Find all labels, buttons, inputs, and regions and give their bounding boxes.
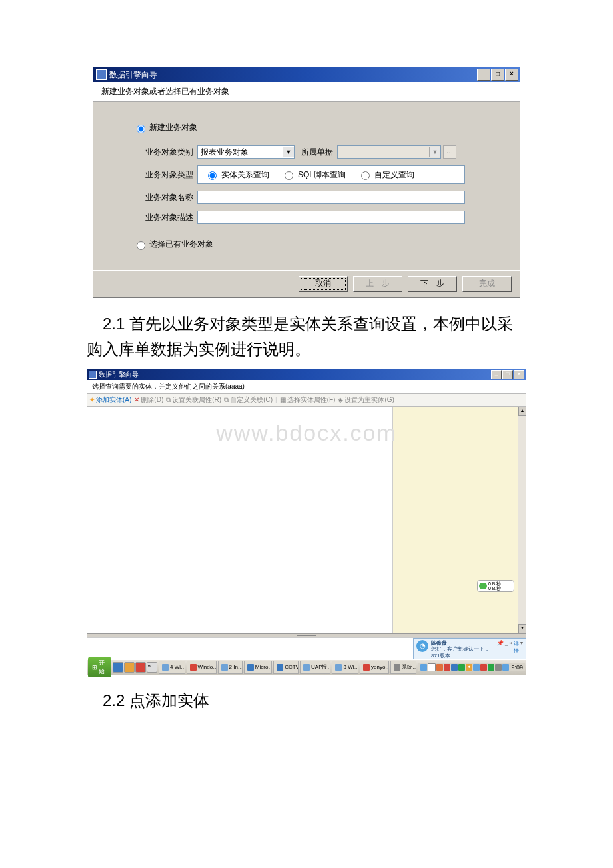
- chevron-down-icon[interactable]: ▼: [429, 147, 440, 157]
- tray-icon[interactable]: [495, 664, 502, 671]
- im-name: 陈薇薇: [431, 640, 494, 647]
- radio-existing-label: 选择已有业务对象: [149, 239, 213, 250]
- category-select[interactable]: 报表业务对象 ▼: [197, 145, 295, 159]
- upload-speed: 0 B/秒: [488, 581, 501, 586]
- titlebar-2[interactable]: 数据引擎向导 _ □ ×: [87, 369, 526, 380]
- window-title: 数据引擎向导: [109, 69, 477, 81]
- finish-button[interactable]: 完成: [462, 276, 512, 292]
- task-button[interactable]: CCTV: [273, 661, 299, 674]
- rel-prop-label: 设置关联属性(R): [172, 395, 221, 405]
- task-button[interactable]: Windo…: [187, 661, 217, 674]
- delete-label: 删除(D): [141, 395, 163, 405]
- entity-canvas[interactable]: [87, 407, 392, 633]
- radio-sql-query[interactable]: SQL脚本查询: [281, 169, 346, 181]
- task-button[interactable]: 2 In…: [218, 661, 243, 674]
- minimize-button[interactable]: _: [477, 69, 490, 81]
- category-value: 报表业务对象: [201, 147, 249, 158]
- radio-existing-object[interactable]: 选择已有业务对象: [133, 239, 500, 250]
- custom-rel-label: 自定义关联(C): [230, 395, 273, 405]
- canvas-area: ▲ ▼ 0 B/秒 0 B/秒 www.bdocx.com: [87, 407, 526, 633]
- window-icon: [89, 371, 97, 379]
- tray-icon[interactable]: [436, 664, 443, 671]
- pin-icon[interactable]: 📌: [497, 640, 504, 657]
- task-button[interactable]: UAP报…: [300, 661, 330, 674]
- desc-label: 业务对象描述: [113, 212, 197, 223]
- desc-input[interactable]: [197, 211, 465, 224]
- tray-icon[interactable]: [444, 664, 450, 671]
- subtitle: 新建业务对象或者选择已有业务对象: [93, 82, 520, 102]
- paragraph-2-2: 2.2 点添加实体: [87, 688, 526, 713]
- tray-icon[interactable]: [502, 664, 509, 671]
- radio-new-label: 新建业务对象: [149, 122, 197, 133]
- scroll-down-icon[interactable]: ▼: [518, 624, 526, 633]
- owner-label: 所属单据: [301, 147, 333, 158]
- tray-icon[interactable]: [480, 664, 487, 671]
- im-controls[interactable]: 📌 _ × 详情 ▾: [497, 640, 523, 657]
- tray-icon[interactable]: ●: [466, 664, 472, 671]
- maximize-button[interactable]: □: [502, 370, 513, 379]
- select-field-button[interactable]: ▦ 选择实体属性(F): [280, 395, 336, 405]
- folder-icon[interactable]: [124, 662, 135, 673]
- tray-icon[interactable]: [420, 664, 427, 671]
- chevron-down-icon[interactable]: ▼: [283, 147, 294, 157]
- radio-custom-input[interactable]: [361, 171, 370, 180]
- minimize-button[interactable]: _: [491, 370, 502, 379]
- owner-select[interactable]: ▼: [337, 145, 441, 159]
- next-button[interactable]: 下一步: [408, 276, 457, 292]
- im-notification[interactable]: ◔ 陈薇薇 您好，客户想确认一下，871版本… 📌 _ × 详情 ▾: [413, 638, 526, 659]
- set-main-button[interactable]: ◈ 设置为主实体(G): [338, 395, 394, 405]
- titlebar[interactable]: 数据引擎向导 _ □ ×: [93, 67, 520, 82]
- start-button[interactable]: ⊞ 开始: [88, 657, 111, 677]
- more-icon[interactable]: »: [147, 662, 157, 673]
- subtitle-2: 选择查询需要的实体，并定义他们之间的关系(aaaa): [87, 380, 526, 394]
- task-button[interactable]: Micro…: [244, 661, 272, 674]
- task-button[interactable]: 3 Wi…: [332, 661, 358, 674]
- task-button[interactable]: 系统…: [390, 661, 417, 674]
- radio-existing-input[interactable]: [137, 241, 145, 250]
- radio-entity-input[interactable]: [208, 171, 217, 180]
- scrollbar[interactable]: ▲ ▼: [518, 407, 526, 633]
- close-button[interactable]: ×: [514, 370, 524, 379]
- clock[interactable]: 9:09: [511, 664, 523, 671]
- custom-rel-button[interactable]: ⧉ 自定义关联(C): [224, 395, 273, 405]
- system-tray[interactable]: ● 9:09: [418, 663, 525, 671]
- tray-icon[interactable]: [473, 664, 480, 671]
- radio-custom-label: 自定义查询: [374, 169, 414, 181]
- radio-sql-label: SQL脚本查询: [298, 169, 346, 181]
- owner-browse-button[interactable]: …: [443, 145, 456, 159]
- cancel-button[interactable]: 取消: [299, 276, 348, 292]
- close-button[interactable]: ×: [505, 69, 518, 81]
- dialog-footer: 取消 上一步 下一步 完成: [93, 270, 520, 297]
- radio-sql-input[interactable]: [285, 171, 293, 180]
- window-icon: [96, 69, 107, 80]
- radio-new-object[interactable]: 新建业务对象: [133, 122, 500, 133]
- radio-entity-query[interactable]: 实体关系查询: [205, 169, 269, 181]
- prev-button[interactable]: 上一步: [353, 276, 402, 292]
- tray-icon[interactable]: [458, 664, 465, 671]
- taskbar[interactable]: ⊞ 开始 » 4 Wi… Windo… 2 In… Micro… CCTV UA…: [87, 659, 526, 675]
- download-speed: 0 B/秒: [488, 586, 501, 591]
- star-icon: ◈: [338, 396, 343, 403]
- name-input[interactable]: [197, 191, 465, 204]
- select-field-label: 选择实体属性(F): [287, 395, 336, 405]
- tray-icon[interactable]: [428, 663, 436, 671]
- tray-icon[interactable]: [451, 664, 458, 671]
- grid-icon: ▦: [280, 396, 286, 403]
- avatar-icon: ◔: [416, 640, 428, 652]
- add-entity-button[interactable]: ✦ 添加实体(A): [89, 395, 131, 405]
- scroll-up-icon[interactable]: ▲: [518, 407, 526, 416]
- rel-prop-button[interactable]: ⧉ 设置关联属性(R): [166, 395, 221, 405]
- maximize-button[interactable]: □: [491, 69, 504, 81]
- task-button[interactable]: yonyo…: [360, 661, 389, 674]
- task-button[interactable]: 4 Wi…: [159, 661, 185, 674]
- delete-button[interactable]: ✕ 删除(D): [134, 395, 163, 405]
- tray-icon[interactable]: [488, 664, 494, 671]
- start-label: 开始: [99, 659, 107, 676]
- type-label: 业务对象类型: [113, 169, 197, 181]
- radio-custom-query[interactable]: 自定义查询: [358, 169, 414, 181]
- radio-new-input[interactable]: [137, 125, 145, 133]
- toolbar: ✦ 添加实体(A) ✕ 删除(D) ⧉ 设置关联属性(R) ⧉ 自定义关联(C)…: [87, 394, 526, 407]
- ie-icon[interactable]: [113, 662, 123, 673]
- im-detail-link[interactable]: 详情: [514, 640, 519, 657]
- app-icon[interactable]: [135, 662, 146, 673]
